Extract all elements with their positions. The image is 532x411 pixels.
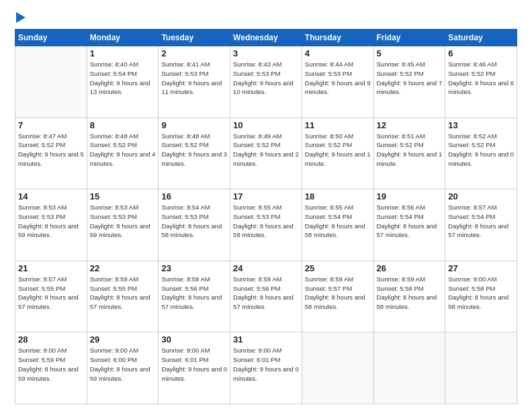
- daylight-text: Daylight: 8 hours and 58 minutes.: [448, 293, 514, 312]
- calendar-cell: 4Sunrise: 8:44 AMSunset: 5:53 PMDaylight…: [302, 46, 373, 118]
- sunrise-text: Sunrise: 8:48 AM: [161, 132, 227, 141]
- day-number: 9: [161, 120, 227, 130]
- sunset-text: Sunset: 5:55 PM: [90, 284, 156, 293]
- calendar-cell: 6Sunrise: 8:46 AMSunset: 5:52 PMDaylight…: [445, 46, 517, 118]
- sunset-text: Sunset: 5:53 PM: [233, 212, 299, 222]
- daylight-text: Daylight: 9 hours and 11 minutes.: [161, 79, 227, 97]
- daylight-text: Daylight: 9 hours and 3 minutes.: [161, 150, 227, 169]
- day-number: 5: [377, 48, 443, 58]
- sunset-text: Sunset: 5:52 PM: [18, 140, 84, 150]
- daylight-text: Daylight: 8 hours and 57 minutes.: [377, 222, 443, 240]
- daylight-text: Daylight: 9 hours and 1 minute.: [377, 150, 443, 169]
- calendar-cell: 25Sunrise: 8:59 AMSunset: 5:57 PMDayligh…: [302, 261, 373, 332]
- daylight-text: Daylight: 8 hours and 58 minutes.: [233, 222, 299, 240]
- day-number: 2: [161, 48, 227, 58]
- day-info: Sunrise: 9:00 AMSunset: 6:01 PMDaylight:…: [161, 346, 227, 383]
- daylight-text: Daylight: 8 hours and 57 minutes.: [161, 293, 227, 312]
- sunrise-text: Sunrise: 8:47 AM: [18, 132, 84, 141]
- calendar-cell: 18Sunrise: 8:55 AMSunset: 5:54 PMDayligh…: [302, 189, 373, 261]
- calendar-week-2: 7Sunrise: 8:47 AMSunset: 5:52 PMDaylight…: [15, 118, 517, 189]
- sunset-text: Sunset: 5:52 PM: [448, 69, 514, 79]
- calendar-cell: 17Sunrise: 8:55 AMSunset: 5:53 PMDayligh…: [230, 189, 302, 261]
- sunrise-text: Sunrise: 8:58 AM: [161, 275, 227, 284]
- day-number: 10: [233, 120, 299, 130]
- sunset-text: Sunset: 5:52 PM: [90, 140, 156, 150]
- sunrise-text: Sunrise: 8:57 AM: [448, 203, 514, 212]
- day-number: 11: [305, 120, 371, 130]
- daylight-text: Daylight: 9 hours and 7 minutes.: [377, 79, 443, 97]
- calendar-cell: 12Sunrise: 8:51 AMSunset: 5:52 PMDayligh…: [373, 118, 445, 189]
- day-info: Sunrise: 8:55 AMSunset: 5:54 PMDaylight:…: [305, 203, 371, 240]
- calendar-cell: 24Sunrise: 8:59 AMSunset: 5:56 PMDayligh…: [230, 261, 302, 332]
- day-number: 21: [18, 263, 84, 273]
- daylight-text: Daylight: 8 hours and 57 minutes.: [233, 293, 299, 312]
- daylight-text: Daylight: 8 hours and 58 minutes.: [377, 293, 443, 312]
- day-info: Sunrise: 8:58 AMSunset: 5:56 PMDaylight:…: [161, 275, 227, 312]
- daylight-text: Daylight: 9 hours and 2 minutes.: [233, 150, 299, 169]
- sunrise-text: Sunrise: 8:51 AM: [377, 132, 443, 141]
- day-number: 13: [448, 120, 514, 130]
- sunrise-text: Sunrise: 8:41 AM: [161, 60, 227, 69]
- day-number: 26: [377, 263, 443, 273]
- calendar-header-tuesday: Tuesday: [159, 30, 230, 46]
- day-info: Sunrise: 8:59 AMSunset: 5:58 PMDaylight:…: [377, 275, 443, 312]
- day-number: 16: [161, 191, 227, 201]
- sunset-text: Sunset: 5:53 PM: [90, 212, 156, 222]
- sunset-text: Sunset: 5:59 PM: [18, 355, 84, 365]
- calendar-header-sunday: Sunday: [15, 30, 87, 46]
- sunrise-text: Sunrise: 8:44 AM: [305, 60, 371, 69]
- sunset-text: Sunset: 5:56 PM: [161, 284, 227, 293]
- day-info: Sunrise: 8:57 AMSunset: 5:55 PMDaylight:…: [18, 275, 84, 312]
- calendar-header-thursday: Thursday: [302, 30, 373, 46]
- day-info: Sunrise: 8:50 AMSunset: 5:52 PMDaylight:…: [305, 132, 371, 169]
- calendar-cell: 21Sunrise: 8:57 AMSunset: 5:55 PMDayligh…: [15, 261, 87, 332]
- day-info: Sunrise: 8:56 AMSunset: 5:54 PMDaylight:…: [377, 203, 443, 240]
- page-header: [15, 12, 517, 22]
- calendar-header-row: SundayMondayTuesdayWednesdayThursdayFrid…: [15, 30, 517, 46]
- daylight-text: Daylight: 9 hours and 0 minutes.: [448, 150, 514, 169]
- calendar-cell: 19Sunrise: 8:56 AMSunset: 5:54 PMDayligh…: [373, 189, 445, 261]
- calendar-cell: 27Sunrise: 9:00 AMSunset: 5:58 PMDayligh…: [445, 261, 517, 332]
- daylight-text: Daylight: 8 hours and 59 minutes.: [18, 222, 84, 240]
- sunset-text: Sunset: 5:53 PM: [161, 212, 227, 222]
- sunrise-text: Sunrise: 8:43 AM: [233, 60, 299, 69]
- calendar-cell: 7Sunrise: 8:47 AMSunset: 5:52 PMDaylight…: [15, 118, 87, 189]
- sunset-text: Sunset: 5:55 PM: [18, 284, 84, 293]
- sunrise-text: Sunrise: 8:48 AM: [90, 132, 156, 141]
- day-info: Sunrise: 8:51 AMSunset: 5:52 PMDaylight:…: [377, 132, 443, 169]
- day-info: Sunrise: 8:44 AMSunset: 5:53 PMDaylight:…: [305, 60, 371, 97]
- calendar-cell: [445, 332, 517, 404]
- sunrise-text: Sunrise: 8:55 AM: [233, 203, 299, 212]
- calendar-cell: 20Sunrise: 8:57 AMSunset: 5:54 PMDayligh…: [445, 189, 517, 261]
- day-number: 4: [305, 48, 371, 58]
- sunset-text: Sunset: 5:54 PM: [305, 212, 371, 222]
- daylight-text: Daylight: 8 hours and 57 minutes.: [90, 293, 156, 312]
- daylight-text: Daylight: 9 hours and 9 minutes.: [305, 79, 371, 97]
- sunrise-text: Sunrise: 9:00 AM: [448, 275, 514, 284]
- calendar-cell: 9Sunrise: 8:48 AMSunset: 5:52 PMDaylight…: [159, 118, 230, 189]
- day-info: Sunrise: 8:59 AMSunset: 5:57 PMDaylight:…: [305, 275, 371, 312]
- calendar-table: SundayMondayTuesdayWednesdayThursdayFrid…: [15, 29, 517, 404]
- calendar-week-5: 28Sunrise: 9:00 AMSunset: 5:59 PMDayligh…: [15, 332, 517, 404]
- sunrise-text: Sunrise: 9:00 AM: [233, 346, 299, 355]
- daylight-text: Daylight: 8 hours and 58 minutes.: [305, 293, 371, 312]
- sunset-text: Sunset: 5:56 PM: [233, 284, 299, 293]
- day-info: Sunrise: 8:58 AMSunset: 5:55 PMDaylight:…: [90, 275, 156, 312]
- sunset-text: Sunset: 5:52 PM: [448, 140, 514, 150]
- sunrise-text: Sunrise: 8:54 AM: [161, 203, 227, 212]
- day-info: Sunrise: 8:40 AMSunset: 5:54 PMDaylight:…: [90, 60, 156, 97]
- day-number: 3: [233, 48, 299, 58]
- day-info: Sunrise: 8:52 AMSunset: 5:52 PMDaylight:…: [448, 132, 514, 169]
- sunrise-text: Sunrise: 8:59 AM: [305, 275, 371, 284]
- calendar-body: 1Sunrise: 8:40 AMSunset: 5:54 PMDaylight…: [15, 46, 517, 404]
- sunset-text: Sunset: 5:52 PM: [305, 140, 371, 150]
- day-info: Sunrise: 8:53 AMSunset: 5:53 PMDaylight:…: [90, 203, 156, 240]
- daylight-text: Daylight: 9 hours and 5 minutes.: [18, 150, 84, 169]
- day-number: 28: [18, 334, 84, 345]
- sunset-text: Sunset: 6:01 PM: [161, 355, 227, 365]
- sunrise-text: Sunrise: 8:46 AM: [448, 60, 514, 69]
- day-info: Sunrise: 8:59 AMSunset: 5:56 PMDaylight:…: [233, 275, 299, 312]
- sunset-text: Sunset: 5:52 PM: [377, 69, 443, 79]
- calendar-cell: 28Sunrise: 9:00 AMSunset: 5:59 PMDayligh…: [15, 332, 87, 404]
- calendar-week-3: 14Sunrise: 8:53 AMSunset: 5:53 PMDayligh…: [15, 189, 517, 261]
